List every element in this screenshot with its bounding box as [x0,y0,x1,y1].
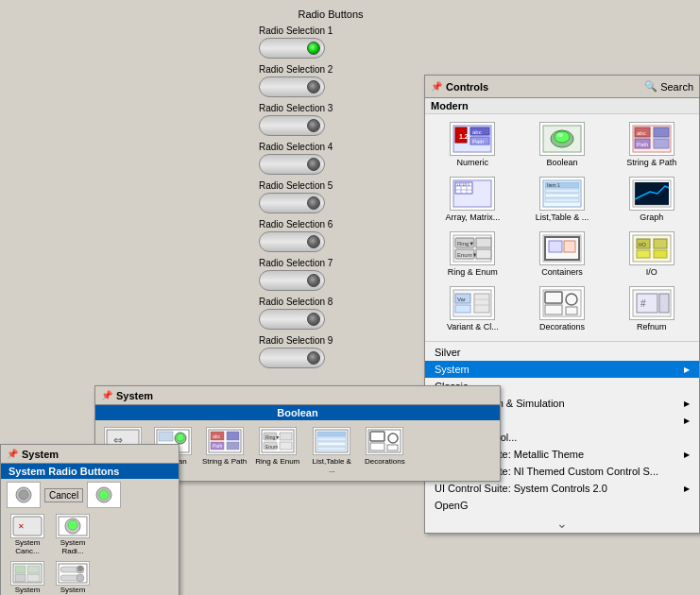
radio-row-7: Radio Selection 7 [259,258,402,291]
boolean-icon-box [539,122,585,156]
system-ring-icon-box: Ring▼ Enum [259,427,297,455]
svg-rect-31 [545,198,579,202]
list-table-icon-box: Item 1 [539,177,585,211]
search-icon: 🔍 [644,80,657,93]
radio-led-2 [307,80,320,94]
radio-button-4[interactable] [259,154,325,175]
search-label: Search [660,81,693,93]
sys-cancel-icon-box: ✕ [10,514,44,538]
svg-rect-42 [476,238,491,247]
controls-header: 📌 Controls 🔍 Search [425,76,699,98]
boolean-cell[interactable]: Boolean [519,118,606,171]
system-radio-highlight[interactable]: System Radio Buttons [1,464,179,479]
svg-rect-46 [549,241,562,252]
containers-label: Containers [541,267,583,277]
radio-button-3[interactable] [259,115,325,136]
system-ring-cell[interactable]: Ring▼ Enum Ring & Enum [252,424,302,468]
divider-1 [425,341,699,342]
scroll-indicator: ⌄ [425,514,699,533]
radio-button-5[interactable] [259,193,325,213]
sys-radio2-cell[interactable]: System Radi... [52,561,94,595]
svg-point-117 [78,567,83,571]
svg-text:Item 1: Item 1 [547,182,560,188]
variant-cell[interactable]: Var Variant & Cl... [429,282,517,335]
decorations-cell[interactable]: Decorations [519,282,606,335]
radio-button-9[interactable] [259,348,325,368]
sys-cancel-cell[interactable]: ✕ System Canc... [7,514,48,555]
radio-button-6[interactable] [259,231,325,252]
svg-text:Var: Var [457,297,466,302]
sys-radio2-icon [58,563,88,584]
boolean-label: Boolean [546,158,577,167]
svg-rect-81 [227,432,239,440]
svg-point-101 [19,490,28,500]
system-decorations-cell[interactable]: Decorations [361,424,408,468]
radio-button-1[interactable] [259,38,325,59]
decorations-icon-box [539,286,585,320]
cancel-row: Cancel [1,479,179,511]
ui-suite1-arrow-icon: ▶ [684,450,690,459]
radio-button-8[interactable] [259,309,325,330]
refnum-label: Refnum [637,322,667,332]
array-matrix-icon: 11 12 1 [452,178,493,209]
svg-text:abc: abc [637,130,646,136]
ring-enum-cell[interactable]: Ring▼ Enum▼ Ring & Enum [429,228,517,280]
svg-point-9 [555,131,570,143]
search-button[interactable]: 🔍 Search [644,80,693,93]
system-string-icon-box: abc Path [206,427,244,455]
ui-suite3-arrow-icon: ▶ [684,484,690,493]
graph-label: Graph [640,212,663,222]
svg-rect-112 [27,566,40,573]
ui-suite3-menu-item[interactable]: UI Control Suite: System Controls 2.0 ▶ [425,480,699,497]
svg-rect-94 [317,447,346,450]
svg-point-10 [557,133,563,137]
system-menu-item[interactable]: System ▶ [425,361,699,378]
system-list-cell[interactable]: List,Table & ... [305,424,358,477]
openg-menu-item[interactable]: OpenG [425,497,699,514]
io-label: I/O [646,267,657,277]
graph-cell[interactable]: Graph [607,173,695,226]
radio-button-2[interactable] [259,76,325,97]
svg-rect-43 [476,249,491,259]
numeric-cell[interactable]: 1.23 abc Path Numeric [429,118,517,171]
svg-text:Ring▼: Ring▼ [457,241,474,246]
svg-rect-50 [637,250,650,258]
radio-label-1: Radio Selection 1 [259,26,402,36]
refnum-cell[interactable]: # Refnum [607,282,695,335]
svg-rect-89 [280,442,292,450]
system-string-cell[interactable]: abc Path String & Path [199,424,249,468]
svg-point-108 [68,520,77,530]
radio-button-7[interactable] [259,270,325,291]
radio-led-5 [307,196,320,210]
string-path-cell[interactable]: abc Path String & Path [607,118,695,171]
svg-rect-73 [159,432,173,441]
string-path-icon-box: abc Path [629,122,674,156]
sys-radio2-icon-box [56,561,90,586]
system-decorations-icon-box [366,427,403,455]
radio-row-5: Radio Selection 5 [259,180,402,213]
sys-mixed-cell[interactable]: System Mixe... [7,561,48,595]
io-icon: I/O [631,233,673,264]
io-cell[interactable]: I/O I/O [607,228,695,280]
list-table-cell[interactable]: Item 1 List,Table & ... [519,173,606,226]
radio-row-3: Radio Selection 3 [259,103,402,136]
cancel-button[interactable]: Cancel [44,488,83,502]
svg-text:12: 12 [462,182,467,187]
system-list-label: List,Table & ... [308,457,355,474]
openg-label: OpenG [435,500,468,511]
sys-radio1-cell[interactable]: System Radi... [52,514,94,555]
sys-radio1-label: System Radi... [52,538,94,555]
string-path-icon: abc Path [631,124,673,154]
silver-menu-item[interactable]: Silver [425,344,699,361]
svg-rect-30 [545,194,579,197]
svg-rect-110 [15,566,26,573]
array-matrix-cell[interactable]: 11 12 1 Array, Matrix... [429,173,517,226]
svg-text:11: 11 [456,182,461,187]
ring-enum-label: Ring & Enum [448,267,498,277]
svg-rect-17 [654,139,669,148]
radio-panel-title: Radio Buttons [259,8,402,20]
system-sub-header: 📌 System [95,386,500,405]
sys-mixed-icon-box [10,561,44,586]
containers-cell[interactable]: Containers [519,228,606,280]
system-list-icon [315,429,349,453]
